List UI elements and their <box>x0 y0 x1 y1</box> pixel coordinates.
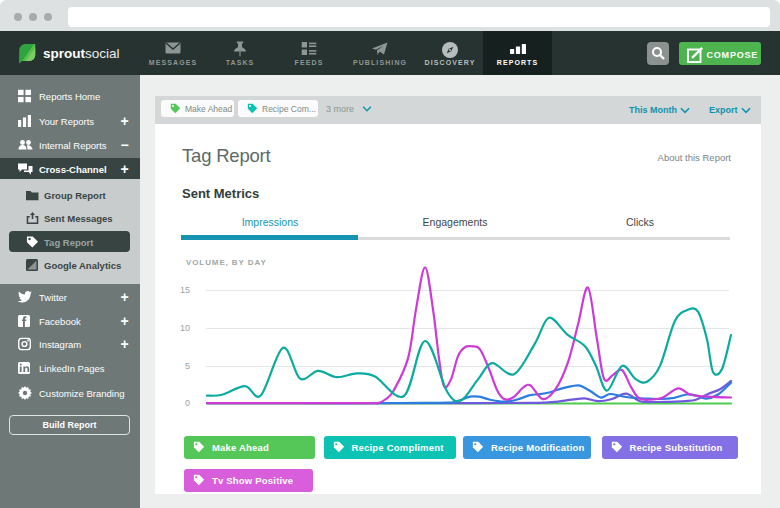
svg-text:10: 10 <box>180 323 190 333</box>
svg-text:5: 5 <box>185 361 190 371</box>
svg-text:15: 15 <box>180 285 190 295</box>
svg-text:0: 0 <box>185 398 190 408</box>
